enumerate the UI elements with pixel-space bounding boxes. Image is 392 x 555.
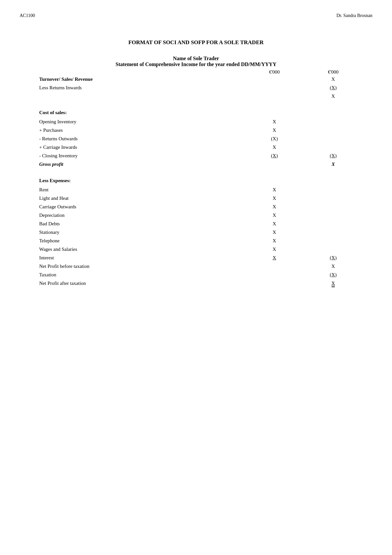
rent-col1: X [255, 187, 294, 193]
less-expenses-heading-row: Less Expenses: [39, 178, 353, 186]
net-profit-before-col2: X [314, 264, 353, 269]
interest-col1: X [255, 255, 294, 261]
bad-debts-label: Bad Debts [39, 221, 255, 227]
depreciation-label: Depreciation [39, 213, 255, 218]
doc-statement-line: Statement of Comprehensive Income for th… [39, 61, 353, 67]
interest-row: Interest X (X) [39, 255, 353, 263]
returns-inwards-label: Less Returns Inwards [39, 85, 255, 91]
net-profit-after-row: Net Profit after taxation X [39, 280, 353, 289]
stationary-col1: X [255, 230, 294, 235]
turnover-net-col2: X [314, 94, 353, 99]
interest-col2: (X) [314, 255, 353, 261]
light-heat-col1: X [255, 196, 294, 201]
carriage-inwards-row: + Carriage Inwards X [39, 144, 353, 153]
turnover-section: Turnover/ Sales/ Revenue X Less Returns … [39, 76, 353, 102]
author-name: Dr. Sandra Brosnan [336, 13, 372, 18]
returns-inwards-col2: (X) [314, 85, 353, 91]
cost-of-sales-heading-row: Cost of sales: [39, 110, 353, 118]
light-heat-label: Light and Heat [39, 196, 255, 201]
course-code: AC1100 [20, 13, 35, 18]
opening-inventory-col1: X [255, 119, 294, 125]
depreciation-col1: X [255, 213, 294, 218]
closing-inventory-row: - Closing Inventory (X) (X) [39, 153, 353, 161]
light-heat-row: Light and Heat X [39, 195, 353, 204]
cost-of-sales-section: Cost of sales: Opening Inventory X + Pur… [39, 110, 353, 170]
bad-debts-col1: X [255, 221, 294, 227]
returns-inwards-row: Less Returns Inwards (X) [39, 85, 353, 93]
gross-profit-col2: X [314, 162, 353, 167]
main-content: FORMAT OF SOCI AND SOFP FOR A SOLE TRADE… [20, 39, 372, 289]
telephone-label: Telephone [39, 238, 255, 244]
less-expenses-heading: Less Expenses: [39, 178, 255, 183]
returns-outwards-row: - Returns Outwards (X) [39, 136, 353, 144]
opening-inventory-label: Opening Inventory [39, 119, 255, 125]
stationary-label: Stationary [39, 230, 255, 235]
depreciation-row: Depreciation X [39, 212, 353, 221]
purchases-col1: X [255, 128, 294, 133]
spacer2 [39, 170, 353, 176]
interest-label: Interest [39, 255, 255, 261]
wages-salaries-label: Wages and Salaries [39, 247, 255, 252]
taxation-row: Taxation (X) [39, 272, 353, 280]
turnover-col2: X [314, 77, 353, 82]
wages-salaries-col1: X [255, 247, 294, 252]
purchases-label: + Purchases [39, 128, 255, 133]
header-right: Dr. Sandra Brosnan [336, 13, 372, 18]
stationary-row: Stationary X [39, 229, 353, 238]
carriage-outwards-col1: X [255, 204, 294, 210]
header-left: AC1100 [20, 13, 35, 18]
less-expenses-section: Less Expenses: Rent X Light and Heat X C… [39, 178, 353, 289]
turnover-heading: Turnover/ Sales/ Revenue [39, 77, 255, 82]
page: AC1100 Dr. Sandra Brosnan FORMAT OF SOCI… [0, 0, 392, 555]
returns-outwards-col1: (X) [255, 136, 294, 142]
taxation-col2: (X) [314, 272, 353, 278]
cost-of-sales-heading: Cost of sales: [39, 110, 255, 115]
closing-inventory-label: - Closing Inventory [39, 153, 255, 159]
spacer1 [39, 102, 353, 108]
closing-inventory-col1: (X) [255, 153, 294, 159]
carriage-inwards-label: + Carriage Inwards [39, 145, 255, 150]
main-title: FORMAT OF SOCI AND SOFP FOR A SOLE TRADE… [39, 39, 353, 46]
net-profit-before-row: Net Profit before taxation X [39, 263, 353, 272]
bad-debts-row: Bad Debts X [39, 221, 353, 229]
columns-header: €'000 €'000 [39, 69, 353, 75]
net-profit-before-label: Net Profit before taxation [39, 264, 255, 269]
carriage-outwards-label: Carriage Outwards [39, 204, 255, 210]
doc-title-section: Name of Sole Trader Statement of Compreh… [39, 56, 353, 67]
gross-profit-row: Gross profit X [39, 161, 353, 170]
telephone-col1: X [255, 238, 294, 244]
col1-header: €'000 [255, 69, 294, 75]
purchases-row: + Purchases X [39, 127, 353, 136]
carriage-inwards-col1: X [255, 145, 294, 150]
net-profit-after-label: Net Profit after taxation [39, 281, 255, 286]
carriage-outwards-row: Carriage Outwards X [39, 204, 353, 212]
turnover-net-row: X [39, 93, 353, 102]
returns-outwards-label: - Returns Outwards [39, 136, 255, 142]
taxation-label: Taxation [39, 272, 255, 278]
wages-salaries-row: Wages and Salaries X [39, 246, 353, 255]
turnover-heading-row: Turnover/ Sales/ Revenue X [39, 76, 353, 85]
telephone-row: Telephone X [39, 238, 353, 246]
rent-label: Rent [39, 187, 255, 193]
net-profit-after-col2: X [314, 281, 353, 287]
closing-inventory-col2: (X) [314, 153, 353, 159]
opening-inventory-row: Opening Inventory X [39, 119, 353, 127]
gross-profit-label: Gross profit [39, 162, 255, 167]
rent-row: Rent X [39, 187, 353, 195]
col2-header: €'000 [314, 69, 353, 75]
doc-name-line: Name of Sole Trader [39, 56, 353, 61]
